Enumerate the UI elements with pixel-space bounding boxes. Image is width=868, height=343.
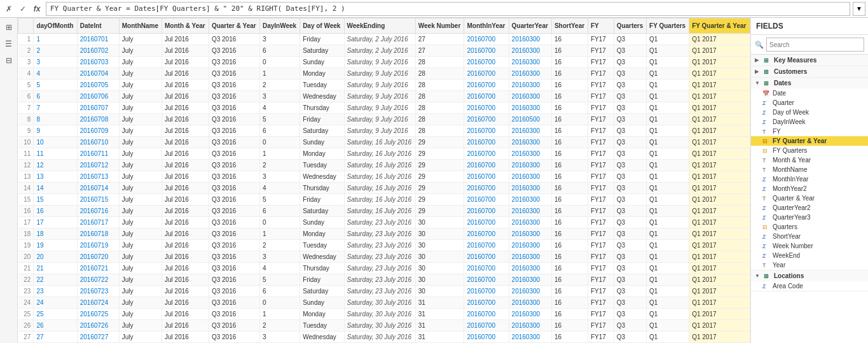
col-header-month-year[interactable]: Month & Year (162, 18, 209, 34)
field-item[interactable]: ΣDay of Week (751, 108, 868, 117)
home-icon[interactable]: ⊞ (2, 20, 16, 34)
table-row: 141420160714JulyJul 2016Q3 20164Thursday… (18, 183, 750, 194)
cell-fy: FY17 (588, 80, 614, 91)
cell-quarter-year: Q3 2016 (209, 332, 259, 343)
col-header-fyquarters[interactable]: FY Quarters (647, 18, 689, 34)
cell-rownum: 3 (18, 57, 34, 68)
col-header-dayinweek[interactable]: DayInWeek (259, 18, 300, 34)
col-header-dateid[interactable]: DateInt (77, 18, 119, 34)
cell-rownum: 15 (18, 194, 34, 206)
field-item[interactable]: ⊟FY Quarter & Year (751, 136, 868, 146)
col-header-weeknumber[interactable]: Week Number (415, 18, 464, 34)
cell-fyquarters: Q1 (647, 309, 689, 320)
cell-dayofmonth: 7 (34, 102, 77, 114)
cell-dayofweek: Monday (300, 148, 344, 160)
col-header-monthname[interactable]: MonthName (119, 18, 162, 34)
cell-fyquarteryear: Q1 2017 (689, 137, 750, 148)
col-header-weekending[interactable]: WeekEnding (344, 18, 415, 34)
cell-weekending: Saturday, 30 July 2016 (344, 297, 415, 309)
field-item[interactable]: ΣDayInWeek (751, 117, 868, 127)
formula-input[interactable] (46, 2, 850, 16)
search-input[interactable] (766, 38, 864, 52)
field-item[interactable]: ΣMonthInYear (751, 174, 868, 184)
col-header-quarters[interactable]: Quarters (614, 18, 646, 34)
cell-quarter-year: Q3 2016 (209, 160, 259, 171)
field-item[interactable]: ΣWeek Number (751, 241, 868, 251)
field-group-header[interactable]: ▼⊞Locations (751, 270, 868, 281)
cell-dateid: 20160705 (77, 80, 119, 91)
field-item[interactable]: ⊟Quarters (751, 222, 868, 232)
table-row: 1120160701JulyJul 2016Q3 20163FridaySatu… (18, 34, 750, 45)
field-item[interactable]: TMonthName (751, 165, 868, 174)
cell-rownum: 17 (18, 217, 34, 228)
cell-fy: FY17 (588, 148, 614, 160)
checkmark-icon[interactable]: ✗ (3, 3, 15, 15)
cell-dayofmonth: 25 (34, 309, 77, 320)
cell-quarter-year: Q3 2016 (209, 125, 259, 137)
cell-weekending: Saturday, 9 July 2016 (344, 68, 415, 80)
cell-quarters: Q3 (614, 206, 646, 217)
cell-rownum: 24 (18, 297, 34, 309)
cell-monthname: July (119, 332, 162, 343)
search-box: 🔍 (751, 35, 868, 55)
formula-dropdown-btn[interactable]: ▼ (853, 2, 865, 16)
col-header-dayofmonth[interactable]: dayOfMonth (34, 18, 77, 34)
col-header-monthinyear[interactable]: MonthInYear (464, 18, 509, 34)
field-group-header[interactable]: ▶⊞Customers (751, 66, 868, 77)
field-item[interactable]: TFY (751, 127, 868, 136)
cancel-icon[interactable]: ✓ (17, 3, 29, 15)
cell-fyquarters: Q1 (647, 80, 689, 91)
field-group-header[interactable]: ▼⊞Dates (751, 78, 868, 88)
field-item[interactable]: ΣQuarter (751, 98, 868, 108)
cell-fy: FY17 (588, 240, 614, 251)
field-type-icon: Σ (762, 119, 770, 125)
field-item[interactable]: ⊟FY Quarters (751, 146, 868, 155)
field-group-header[interactable]: ▶⊞Key Measures (751, 55, 868, 66)
cell-fy: FY17 (588, 125, 614, 137)
field-item[interactable]: TYear (751, 260, 868, 270)
formula-icons: ✗ ✓ fx (3, 3, 43, 15)
cell-quarter-year: Q3 2016 (209, 80, 259, 91)
cell-monthinyear: 20160700 (464, 160, 509, 171)
cell-monthname: July (119, 217, 162, 228)
cell-weeknumber: 28 (415, 125, 464, 137)
table-icon[interactable]: ☰ (2, 37, 16, 51)
cell-fyquarters: Q1 (647, 263, 689, 274)
table-row: 2220160702JulyJul 2016Q3 20166SaturdaySa… (18, 45, 750, 57)
fields-panel: FIELDS 🔍 ▶⊞Key Measures▶⊞Customers▼⊞Date… (750, 18, 868, 343)
table-body[interactable]: dayOfMonth DateInt MonthName Month & Yea… (18, 18, 750, 343)
fx-icon[interactable]: fx (31, 3, 43, 15)
cell-fy: FY17 (588, 114, 614, 125)
col-header-fy[interactable]: FY (588, 18, 614, 34)
cell-fyquarters: Q1 (647, 206, 689, 217)
field-item[interactable]: ΣMonthYear2 (751, 184, 868, 193)
cell-shortyear: 16 (551, 114, 588, 125)
field-item[interactable]: TQuarter & Year (751, 193, 868, 203)
field-item[interactable]: ΣWeekEnd (751, 251, 868, 260)
cell-quarteryear: 20160300 (509, 309, 551, 320)
field-item[interactable]: ΣArea Code (751, 281, 868, 291)
col-header-quarter-year[interactable]: Quarter & Year (209, 18, 259, 34)
cell-month-year: Jul 2016 (162, 217, 209, 228)
field-item[interactable]: ΣShortYear (751, 232, 868, 241)
col-header-shortyear[interactable]: ShortYear (551, 18, 588, 34)
field-item[interactable]: ΣQuarterYear3 (751, 213, 868, 222)
cell-quarters: Q3 (614, 137, 646, 148)
cell-quarters: Q3 (614, 251, 646, 263)
field-item[interactable]: ΣQuarterYear2 (751, 203, 868, 213)
cell-quarters: Q3 (614, 160, 646, 171)
field-item[interactable]: TMonth & Year (751, 155, 868, 165)
cell-dayofmonth: 26 (34, 320, 77, 332)
col-header-fyquarteryear[interactable]: FY Quarter & Year (689, 18, 750, 34)
cell-quarter-year: Q3 2016 (209, 137, 259, 148)
col-header-dayofweek[interactable]: Day of Week (300, 18, 344, 34)
cell-quarteryear: 20160300 (509, 228, 551, 240)
cell-month-year: Jul 2016 (162, 102, 209, 114)
cell-weekending: Saturday, 9 July 2016 (344, 125, 415, 137)
col-header-quarteryear[interactable]: QuarterYear (509, 18, 551, 34)
cell-quarters: Q3 (614, 297, 646, 309)
cell-quarters: Q3 (614, 171, 646, 183)
chart-icon[interactable]: ⊟ (2, 53, 16, 67)
cell-weeknumber: 30 (415, 251, 464, 263)
field-item[interactable]: 📅Date (751, 88, 868, 98)
